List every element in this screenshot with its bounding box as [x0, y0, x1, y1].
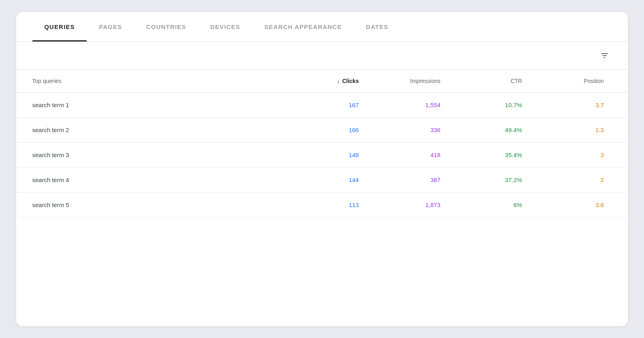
row-ctr: 37.2%: [440, 176, 522, 183]
row-impressions: 387: [359, 176, 440, 183]
row-impressions: 418: [359, 151, 440, 158]
col-header-position[interactable]: Position: [522, 78, 612, 84]
row-query: search term 2: [32, 126, 277, 133]
toolbar: [16, 42, 628, 70]
table-row[interactable]: search term 4 144 387 37.2% 2: [16, 168, 628, 193]
row-impressions: 1,873: [359, 201, 440, 208]
row-ctr: 10.7%: [440, 102, 522, 108]
row-ctr: 35.4%: [440, 151, 522, 158]
tabs-container: QUERIES PAGES COUNTRIES DEVICES SEARCH A…: [16, 12, 628, 42]
col-header-impressions[interactable]: Impressions: [359, 78, 440, 84]
table-row[interactable]: search term 3 148 418 35.4% 3: [16, 143, 628, 168]
row-clicks: 148: [277, 151, 359, 158]
row-ctr: 49.4%: [440, 126, 522, 133]
table-body: search term 1 167 1,554 10.7% 3.7 search…: [16, 93, 628, 218]
sort-down-arrow: ↓: [337, 78, 340, 84]
col-header-ctr[interactable]: CTR: [440, 78, 522, 84]
col-header-clicks[interactable]: ↓ Clicks: [277, 78, 359, 84]
table-row[interactable]: search term 5 113 1,873 6% 3.6: [16, 193, 628, 218]
row-clicks: 166: [277, 126, 359, 133]
tab-search-appearance[interactable]: SEARCH APPEARANCE: [252, 12, 354, 41]
row-query: search term 4: [32, 176, 277, 183]
row-position: 2: [522, 176, 612, 183]
tab-devices[interactable]: DEVICES: [198, 12, 252, 41]
row-clicks: 144: [277, 176, 359, 183]
col-header-query: Top queries: [32, 78, 277, 84]
tab-pages[interactable]: PAGES: [87, 12, 134, 41]
row-position: 3.7: [522, 102, 612, 108]
row-query: search term 3: [32, 151, 277, 158]
row-ctr: 6%: [440, 201, 522, 208]
filter-button[interactable]: [597, 48, 612, 63]
table-row[interactable]: search term 2 166 336 49.4% 1.3: [16, 118, 628, 143]
row-query: search term 1: [32, 102, 277, 108]
row-impressions: 1,554: [359, 102, 440, 108]
row-position: 3: [522, 151, 612, 158]
tab-queries[interactable]: QUERIES: [32, 12, 87, 41]
row-clicks: 167: [277, 102, 359, 108]
row-impressions: 336: [359, 126, 440, 133]
tab-countries[interactable]: COUNTRIES: [134, 12, 198, 41]
row-position: 3.6: [522, 201, 612, 208]
main-card: QUERIES PAGES COUNTRIES DEVICES SEARCH A…: [16, 12, 628, 326]
row-query: search term 5: [32, 201, 277, 208]
row-position: 1.3: [522, 126, 612, 133]
filter-icon: [600, 51, 609, 60]
row-clicks: 113: [277, 201, 359, 208]
table-row[interactable]: search term 1 167 1,554 10.7% 3.7: [16, 93, 628, 118]
tab-dates[interactable]: DATES: [354, 12, 400, 41]
table-header: Top queries ↓ Clicks Impressions CTR Pos…: [16, 70, 628, 93]
